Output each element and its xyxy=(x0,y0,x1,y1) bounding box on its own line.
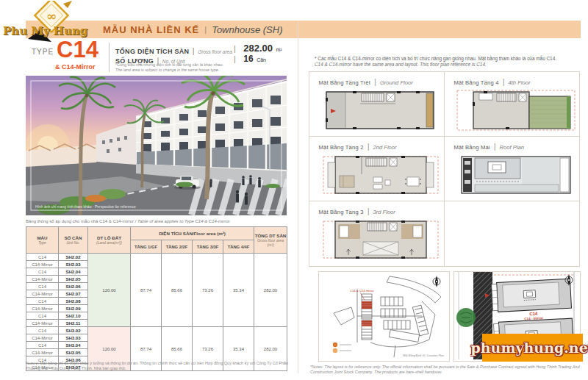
perspective-photo: Hình ảnh chỉ mang tính tham khảo - Persp… xyxy=(26,76,287,215)
cell-unit: SH2.06 xyxy=(59,283,88,290)
cell-unit: SH3.02 xyxy=(59,327,88,334)
plan-label: Mặt Bằng Tầng 3|3rd Floor xyxy=(319,207,444,215)
plan-cell-ground-floor: Mặt Bằng Tầng Trệt|Ground Floor xyxy=(309,71,445,137)
type-note: *Cùng kiểu nhà nhưng diện tích lô đất từ… xyxy=(115,62,223,73)
cell-unit: SH2.04 xyxy=(59,268,88,276)
right-footnote: *Notes: The layout is for reference only… xyxy=(310,365,581,375)
type-mirror-name: & C14-Mirror xyxy=(55,63,96,71)
cell-type: C14-Mirror xyxy=(26,290,59,298)
ground-floor-plan-drawing xyxy=(319,87,442,133)
cell-unit: SH2.07 xyxy=(59,290,88,298)
separator: | xyxy=(234,54,236,63)
cell-unit: SH3.04 xyxy=(59,342,88,349)
area-table-head: MẪUType SỐ CĂNUnit No. DT LÔ ĐẤT(Land ar… xyxy=(26,227,287,254)
col-header-floor-1: TẦNG 1/GF xyxy=(131,240,162,254)
cell-type: C14-Mirror xyxy=(26,349,59,356)
site-map-caption: Mặt Bằng Định Vị / Location Plan xyxy=(403,354,444,357)
table-row: C14SH3.02120.0087.7485.6673.2635.34282.0… xyxy=(26,327,287,334)
cell-unit: SH2.05 xyxy=(59,276,88,283)
cell-type: C14-Mirror xyxy=(26,320,59,327)
svg-text:∞: ∞ xyxy=(46,9,57,24)
cell-type: C14 xyxy=(26,283,59,290)
col-header-total: TỔNG DT SÀNGross floor area (m²) xyxy=(254,227,287,254)
table-row: C14SH2.02120.0087.7485.6673.2635.34282.0… xyxy=(26,254,287,261)
roof-plan-drawing xyxy=(454,152,578,198)
logo-text: Phu My Hung xyxy=(3,24,88,37)
3rd-floor-plan-drawing xyxy=(319,217,442,262)
4th-floor-plan-drawing xyxy=(454,87,578,133)
header-bar: MẪU NHÀ LIỀN KẾ | Townhouse (SH) xyxy=(26,21,581,38)
compass-icon xyxy=(433,276,440,287)
cell-type: C14 xyxy=(26,312,59,320)
cell-type: C14-Mirror xyxy=(26,334,59,342)
plan-label: Mặt Bằng Tầng 2|2nd Floor xyxy=(319,142,444,151)
area-table: MẪUType SỐ CĂNUnit No. DT LÔ ĐẤT(Land ar… xyxy=(26,226,287,371)
title-separator: | xyxy=(204,25,207,34)
cell-unit: SH2.03 xyxy=(59,261,88,268)
cell-unit: SH2.11 xyxy=(59,320,88,327)
panel-divider xyxy=(298,22,298,373)
qty-value-line: | 16 Căn xyxy=(234,51,266,65)
cell-unit: SH3.05 xyxy=(59,349,88,356)
plan-cell-2nd-floor: Mặt Bằng Tầng 2|2nd Floor xyxy=(309,136,445,201)
cell-type: C14-Mirror xyxy=(26,276,59,283)
col-header-type: MẪUType xyxy=(26,227,59,254)
cell-type: C14-Mirror xyxy=(26,261,59,268)
cell-type: C14 xyxy=(26,342,59,349)
cell-unit: SH2.08 xyxy=(59,298,88,305)
table-caption: Bảng thông số áp dụng cho mẫu nhà C14 & … xyxy=(26,219,231,223)
plan-cell-3rd-floor: Mặt Bằng Tầng 3|3rd Floor xyxy=(309,201,445,267)
area-table-body: C14SH2.02120.0087.7485.6673.2635.34282.0… xyxy=(26,254,287,371)
cell-unit: SH2.10 xyxy=(59,312,88,320)
photo-caption: Hình ảnh chỉ mang tính tham khảo - Persp… xyxy=(35,204,136,209)
plan-label: Mặt Bằng Mái|Roof Plan xyxy=(454,142,579,151)
cell-floor-area-3: 73.26 xyxy=(193,254,223,327)
separator: | xyxy=(193,46,195,55)
qty-unit: Căn xyxy=(257,57,266,62)
site-overview-map: C14 & C14-mirror Mặt Bằng Định Vị / Loca… xyxy=(318,271,450,362)
plan-cell-empty xyxy=(444,201,580,267)
cell-unit: SH2.02 xyxy=(59,254,88,261)
gfa-label-en: Gross floor area xyxy=(198,49,232,54)
map-highlight-label: C14 & C14-mirror xyxy=(350,289,374,293)
floor-plan-grid: Mặt Bằng Tầng Trệt|Ground Floor xyxy=(309,71,579,266)
page-title-en: Townhouse (SH) xyxy=(212,24,282,35)
cell-type: C14 xyxy=(26,268,59,276)
col-header-floor-3: TẦNG 3/3F xyxy=(193,240,223,254)
2nd-floor-plan-drawing xyxy=(319,152,442,198)
cell-floor-area-2: 85.66 xyxy=(162,254,193,327)
cell-unit: SH2.09 xyxy=(59,305,88,312)
cell-type: C14-Mirror xyxy=(26,305,59,312)
table-caption-en: Table of area applies to Type C14 & C14-… xyxy=(136,219,231,223)
plan-label: Mặt Bằng Tầng Trệt|Ground Floor xyxy=(319,77,444,86)
phu-my-hung-logo: ∞ Phu My Hung xyxy=(1,1,101,42)
plan-label: Mặt Bằng Tầng 4|4th Floor xyxy=(454,77,579,86)
cell-land-area: 120.00 xyxy=(88,254,131,327)
qty-value: 16 xyxy=(243,54,253,64)
type-name: C14 xyxy=(57,37,98,63)
col-header-unit: SỐ CĂNUnit No. xyxy=(59,227,88,254)
cell-floor-area-4: 35.34 xyxy=(223,254,254,327)
cell-type: C14 xyxy=(26,254,59,261)
gfa-unit: m² xyxy=(276,47,282,52)
plan-cell-4th-floor: Mặt Bằng Tầng 4|4th Floor xyxy=(444,71,580,137)
col-header-floor-4: TẦNG 4/4F xyxy=(223,240,254,254)
cell-type: C14 xyxy=(26,327,59,334)
plan-cell-roof: Mặt Bằng Mái|Roof Plan xyxy=(444,136,580,201)
type-note-en: The land area is subject to change in th… xyxy=(115,68,223,73)
type-label: TYPE xyxy=(32,48,54,56)
reference-note-vn: * Các mẫu C14 & C14-mirror có diện tích … xyxy=(315,56,576,62)
vertical-divider xyxy=(109,43,110,72)
cell-floor-area-1: 87.74 xyxy=(131,254,162,327)
unit-label-c14: C14 xyxy=(529,312,538,317)
col-header-land: DT LÔ ĐẤT(Land area(m²)) xyxy=(88,227,131,254)
table-caption-vn: Bảng thông số áp dụng cho mẫu nhà C14 & … xyxy=(26,219,136,223)
cell-type: C14 xyxy=(26,298,59,305)
reference-note: * Các mẫu C14 & C14-mirror có diện tích … xyxy=(315,56,576,68)
cell-unit: SH3.03 xyxy=(59,334,88,342)
col-header-floor-2: TẦNG 2/2F xyxy=(162,240,193,254)
phumyhung-watermark: phumyhung.net xyxy=(482,334,583,362)
type-note-vn: *Cùng kiểu nhà nhưng diện tích lô đất từ… xyxy=(115,62,223,68)
left-footnote: *Lưu ý: Mặt bằng chỉ để tham khảo ý tưởn… xyxy=(26,361,289,371)
page-title: MẪU NHÀ LIỀN KẾ xyxy=(103,24,199,35)
